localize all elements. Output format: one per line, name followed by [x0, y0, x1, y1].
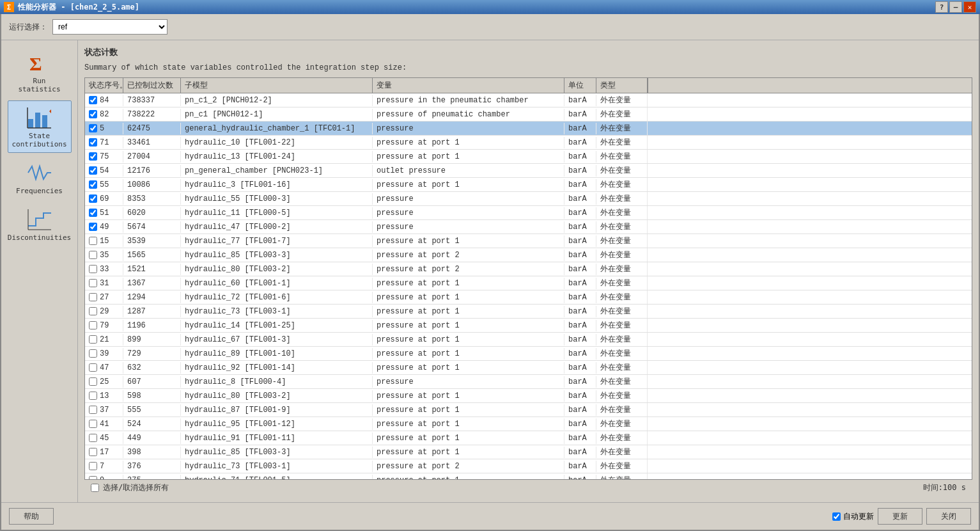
row-checkbox-26[interactable] [89, 462, 97, 470]
row-checkbox-20[interactable] [89, 377, 97, 386]
window-controls[interactable]: ? — ✕ [935, 1, 976, 13]
row-checkbox-12[interactable] [89, 265, 97, 273]
cell-sub: hydraulic_8 [TFL000-4] [181, 376, 373, 388]
panel-title: 状态计数 [84, 47, 972, 58]
row-checkbox-10[interactable] [89, 237, 97, 245]
cell-type: 外在变量 [596, 107, 648, 121]
cell-num: 75 [85, 151, 123, 162]
table-row: 41 524 hydraulic_95 [TFL001-12] pressure… [85, 417, 972, 431]
row-checkbox-24[interactable] [89, 434, 97, 442]
sidebar-item-frequencies[interactable]: Frequencies [8, 155, 72, 200]
row-checkbox-16[interactable] [89, 321, 97, 329]
cell-sub: hydraulic_13 [TFL001-24] [181, 151, 373, 162]
sidebar-item-run-statistics[interactable]: Σ Runstatistics [8, 45, 72, 98]
wave-icon [24, 160, 55, 186]
cell-var: outlet pressure [373, 165, 564, 177]
row-checkbox-18[interactable] [89, 349, 97, 358]
cell-num: 54 [85, 165, 123, 177]
cell-num: 27 [85, 292, 123, 303]
row-checkbox-13[interactable] [89, 279, 97, 287]
svg-rect-2 [35, 113, 40, 128]
table-row: 25 607 hydraulic_8 [TFL000-4] pressure b… [85, 375, 972, 389]
cell-ctrl: 375 [123, 475, 181, 480]
cell-ctrl: 899 [123, 334, 181, 345]
update-button[interactable]: 更新 [878, 508, 922, 525]
table-row: 84 738337 pn_c1_2 [PNCH012-2] pressure i… [85, 93, 972, 107]
table-row: 17 398 hydraulic_85 [TFL003-3] pressure … [85, 445, 972, 459]
cell-num: 37 [85, 404, 123, 416]
cell-type: 外在变量 [596, 417, 648, 431]
row-checkbox-0[interactable] [89, 96, 97, 104]
row-checkbox-4[interactable] [89, 152, 97, 161]
cell-ctrl: 1287 [123, 306, 181, 317]
select-all-checkbox[interactable] [91, 484, 99, 492]
cell-var: pressure at port 2 [373, 250, 564, 261]
cell-sub: hydraulic_95 [TFL001-12] [181, 418, 373, 430]
cell-sub: hydraulic_80 [TFL003-2] [181, 264, 373, 275]
cell-var: pressure at port 1 [373, 151, 564, 162]
row-checkbox-21[interactable] [89, 392, 97, 400]
svg-text:Σ: Σ [29, 53, 42, 74]
cell-type: 外在变量 [596, 164, 648, 177]
cell-unit: barA [564, 306, 596, 317]
row-checkbox-7[interactable] [89, 194, 97, 203]
sidebar-discontinuities-label: Discontinuities [8, 234, 71, 242]
cell-sub: pn_c1 [PNCH012-1] [181, 109, 373, 120]
cell-ctrl: 555 [123, 404, 181, 416]
row-checkbox-23[interactable] [89, 420, 97, 428]
cell-var: pressure at port 1 [373, 292, 564, 303]
bottom-bar: 选择/取消选择所有 时间:100 s [84, 480, 972, 496]
cell-var: pressure in the pneumatic chamber [373, 95, 564, 106]
row-checkbox-14[interactable] [89, 293, 97, 301]
cell-num: 33 [85, 264, 123, 275]
cell-unit: barA [564, 418, 596, 430]
svg-rect-1 [28, 119, 33, 128]
select-all-area: 选择/取消选择所有 [91, 482, 169, 493]
row-checkbox-2[interactable] [89, 124, 97, 132]
cell-sub: hydraulic_80 [TFL003-2] [181, 390, 373, 402]
row-checkbox-25[interactable] [89, 448, 97, 456]
cell-type: 外在变量 [596, 445, 648, 459]
row-checkbox-15[interactable] [89, 307, 97, 315]
close-button[interactable]: 关闭 [926, 508, 971, 525]
cell-var: pressure at port 1 [373, 404, 564, 416]
sidebar-item-discontinuities[interactable]: Discontinuities [8, 202, 72, 246]
auto-update-checkbox[interactable] [832, 512, 841, 521]
cell-type: 外在变量 [596, 333, 648, 346]
cell-unit: barA [564, 151, 596, 162]
row-checkbox-19[interactable] [89, 363, 97, 372]
row-checkbox-3[interactable] [89, 138, 97, 147]
row-checkbox-27[interactable] [89, 476, 97, 479]
row-checkbox-22[interactable] [89, 406, 97, 414]
cell-unit: barA [564, 362, 596, 374]
table-body: 84 738337 pn_c1_2 [PNCH012-2] pressure i… [85, 93, 972, 479]
help-button[interactable]: 帮助 [9, 508, 54, 525]
row-checkbox-1[interactable] [89, 110, 97, 118]
cell-unit: barA [564, 264, 596, 275]
cell-ctrl: 10086 [123, 179, 181, 191]
help-btn[interactable]: ? [935, 1, 948, 13]
table-row: 55 10086 hydraulic_3 [TFL001-16] pressur… [85, 178, 972, 192]
auto-update-label: 自动更新 [843, 511, 874, 522]
sidebar-item-state-contributions[interactable]: Statecontributions [8, 100, 72, 153]
col-header-type: 类型 [596, 78, 648, 93]
row-checkbox-11[interactable] [89, 251, 97, 259]
row-checkbox-5[interactable] [89, 166, 97, 175]
cell-ctrl: 12176 [123, 165, 181, 177]
row-checkbox-6[interactable] [89, 180, 97, 189]
run-select[interactable]: ref [52, 19, 167, 35]
row-checkbox-17[interactable] [89, 335, 97, 344]
table-row: 37 555 hydraulic_87 [TFL001-9] pressure … [85, 403, 972, 417]
cell-sub: hydraulic_47 [TFL000-2] [181, 221, 373, 233]
row-checkbox-8[interactable] [89, 209, 97, 217]
select-all-label: 选择/取消选择所有 [103, 482, 169, 493]
cell-unit: barA [564, 109, 596, 120]
close-window-btn[interactable]: ✕ [963, 1, 976, 13]
minimize-btn[interactable]: — [949, 1, 962, 13]
row-checkbox-9[interactable] [89, 223, 97, 231]
cell-type: 外在变量 [596, 220, 648, 234]
cell-unit: barA [564, 179, 596, 191]
cell-num: 41 [85, 418, 123, 430]
main-panel: 状态计数 Summary of which state variables co… [78, 40, 979, 502]
cell-sub: general_hydraulic_chamber_1 [TFC01-1] [181, 123, 373, 134]
